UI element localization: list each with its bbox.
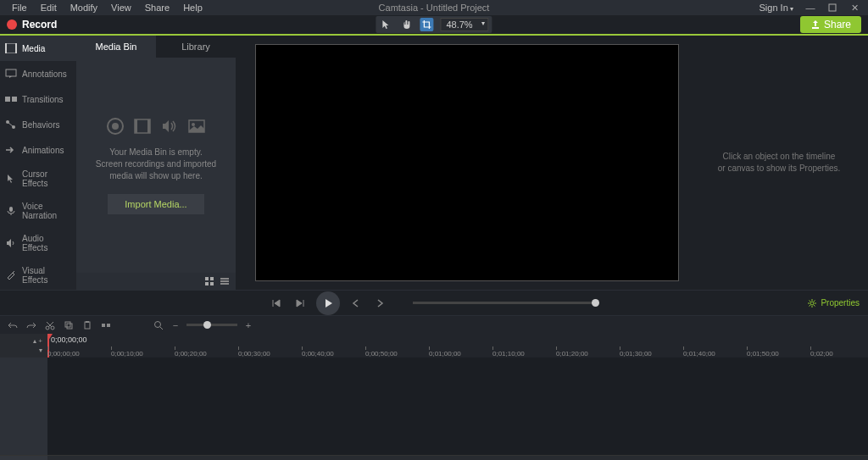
tab-media-bin[interactable]: Media Bin [76, 36, 156, 58]
ruler-tick: 0;01;30;00 [620, 350, 652, 357]
track-1-label[interactable]: Track 1 [0, 456, 47, 460]
svg-rect-14 [147, 119, 150, 133]
share-label: Share [824, 19, 851, 30]
menu-share[interactable]: Share [138, 1, 176, 14]
next-clip-button[interactable] [372, 296, 387, 311]
tracks-headers-empty [0, 357, 47, 455]
menu-modify[interactable]: Modify [64, 1, 104, 14]
tracks-body-empty[interactable] [47, 357, 868, 455]
maximize-button[interactable] [827, 3, 837, 13]
sidebar-item-media[interactable]: Media [0, 36, 76, 61]
tab-library[interactable]: Library [156, 36, 236, 58]
hand-tool-icon[interactable] [399, 18, 413, 31]
menu-edit[interactable]: Edit [34, 1, 64, 14]
ruler-tick: 0;00;40;00 [302, 350, 334, 357]
sidebar-item-cursor-effects[interactable]: Cursor Effects [0, 163, 76, 195]
canvas-tools: 48.7% [376, 16, 492, 33]
zoom-slider[interactable] [186, 324, 237, 326]
ruler-tick: 0;00;10;00 [111, 350, 143, 357]
sidebar-label: Visual Effects [22, 266, 71, 285]
svg-rect-6 [12, 97, 17, 102]
ruler-body[interactable]: 0;00;00;00 0;00;00;000;00;10;000;00;20;0… [47, 334, 868, 357]
chevron-down-icon[interactable]: ▾ [39, 346, 42, 354]
prev-clip-button[interactable] [348, 296, 364, 311]
record-button[interactable]: Record [0, 19, 57, 30]
annotations-icon [5, 68, 17, 80]
cursor-effects-icon [5, 173, 17, 185]
signin-dropdown[interactable]: Sign In [760, 3, 793, 13]
svg-rect-17 [205, 277, 209, 280]
record-icon [7, 19, 17, 30]
svg-rect-18 [210, 277, 214, 280]
playback-bar: Properties [0, 290, 868, 315]
svg-rect-9 [9, 207, 13, 212]
play-button[interactable] [316, 291, 340, 315]
media-bin-panel: Media Bin Library Your Media Bin is empt… [76, 36, 236, 290]
copy-icon[interactable] [63, 319, 75, 331]
preview-canvas[interactable] [255, 44, 679, 281]
sidebar-item-audio-effects[interactable]: Audio Effects [0, 227, 76, 259]
undo-icon[interactable] [7, 319, 19, 331]
track-1-body[interactable] [47, 456, 868, 460]
sidebar-label: Annotations [22, 69, 67, 79]
playback-scrubber[interactable] [413, 302, 599, 304]
window-controls: Sign In — ✕ [760, 3, 868, 13]
import-media-button[interactable]: Import Media... [108, 194, 203, 214]
ruler-tick: 0;01;50;00 [747, 350, 779, 357]
bin-empty-text: Your Media Bin is empty. Screen recordin… [96, 147, 216, 182]
svg-rect-22 [220, 280, 229, 282]
properties-button[interactable]: Properties [807, 298, 860, 308]
cut-icon[interactable] [44, 319, 56, 331]
zoom-in-icon[interactable]: + [242, 319, 254, 331]
window-title: Camtasia - Untitled Project [379, 3, 490, 13]
zoom-fit-icon[interactable] [153, 319, 164, 331]
menu-view[interactable]: View [104, 1, 138, 14]
svg-point-16 [192, 123, 195, 126]
chevron-up-icon[interactable]: ▴ + [33, 337, 42, 345]
crop-tool-icon[interactable] [420, 18, 433, 31]
sidebar-item-voice-narration[interactable]: Voice Narration [0, 195, 76, 227]
split-icon[interactable] [100, 319, 112, 331]
svg-point-33 [155, 321, 161, 327]
list-view-icon[interactable] [219, 275, 231, 287]
timeline-zoom: − + [153, 319, 254, 331]
zoom-thumb[interactable] [203, 321, 211, 329]
svg-rect-28 [67, 324, 72, 329]
minimize-button[interactable]: — [805, 3, 815, 13]
properties-panel: Click an object on the timeline or canva… [690, 36, 868, 290]
playhead-time: 0;00;00;00 [51, 335, 87, 344]
bin-body: Your Media Bin is empty. Screen recordin… [76, 58, 236, 273]
redo-icon[interactable] [25, 319, 37, 331]
prev-frame-button[interactable] [269, 296, 284, 311]
menu-file[interactable]: File [5, 1, 34, 14]
visual-effects-icon [5, 269, 17, 281]
zoom-dropdown[interactable]: 48.7% [440, 18, 488, 31]
svg-rect-31 [102, 324, 105, 327]
sidebar-label: Behaviors [22, 120, 59, 130]
bin-tabs: Media Bin Library [76, 36, 236, 58]
animations-icon [5, 144, 17, 156]
zoom-out-icon[interactable]: − [170, 319, 181, 331]
sidebar-item-annotations[interactable]: Annotations [0, 61, 76, 86]
close-button[interactable]: ✕ [849, 3, 860, 13]
sidebar-item-animations[interactable]: Animations [0, 137, 76, 163]
ruler-tick: 0;01;10;00 [492, 350, 525, 357]
ruler-tick: 0;00;00;00 [47, 350, 80, 357]
sidebar-item-behaviors[interactable]: Behaviors [0, 112, 76, 137]
canvas-area [236, 36, 690, 290]
sidebar-item-visual-effects[interactable]: Visual Effects [0, 259, 76, 291]
svg-rect-2 [5, 43, 7, 53]
media-icon [5, 42, 17, 54]
grid-view-icon[interactable] [203, 275, 215, 287]
next-frame-button[interactable] [292, 296, 308, 311]
scrubber-thumb[interactable] [592, 299, 599, 307]
sidebar-item-transitions[interactable]: Transitions [0, 86, 76, 112]
svg-rect-21 [220, 278, 229, 280]
paste-icon[interactable] [81, 319, 93, 331]
menu-help[interactable]: Help [176, 1, 209, 14]
share-button[interactable]: Share [800, 16, 861, 33]
cursor-tool-icon[interactable] [379, 18, 392, 31]
sidebar-label: Media [22, 44, 45, 53]
sidebar-label: Audio Effects [22, 234, 71, 252]
sidebar: Media Annotations Transitions Behaviors … [0, 36, 76, 290]
